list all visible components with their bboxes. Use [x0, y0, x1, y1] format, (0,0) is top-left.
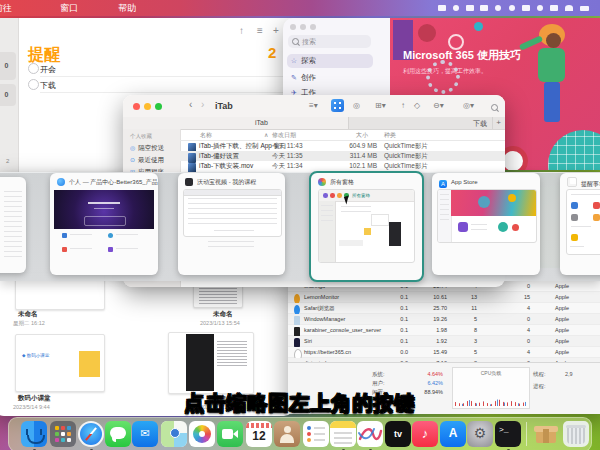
- reminder-item[interactable]: 开会: [40, 64, 56, 75]
- process-threads: 5: [453, 314, 477, 324]
- dock-facetime-icon[interactable]: [217, 421, 243, 447]
- menu-item-window[interactable]: 窗口: [60, 2, 78, 15]
- dock-music-icon[interactable]: ♪: [412, 421, 438, 447]
- nav-item-create[interactable]: ✎创作: [287, 71, 373, 85]
- dock-contacts-icon[interactable]: [274, 421, 300, 447]
- photos-icon[interactable]: [522, 5, 530, 11]
- dock-settings-icon[interactable]: ⚙: [467, 421, 493, 447]
- document-title[interactable]: 未命名: [213, 310, 233, 319]
- minimize-icon[interactable]: [300, 24, 306, 30]
- zoom-icon[interactable]: [310, 24, 316, 30]
- sort-indicator[interactable]: ∧: [264, 131, 268, 138]
- list-view-icon[interactable]: ≡▾: [309, 101, 318, 110]
- minimize-button-icon[interactable]: [337, 193, 342, 198]
- dock-messages-icon[interactable]: [105, 421, 131, 447]
- keyboard-icon[interactable]: [480, 5, 488, 11]
- action-icon[interactable]: ⊖▾: [433, 101, 444, 110]
- display-icon[interactable]: [466, 5, 474, 11]
- sidebar-item[interactable]: ◎隔空投送: [123, 142, 180, 154]
- process-row[interactable]: WindowManager 0.1 19.26 5 0 Apple: [288, 314, 600, 325]
- share-icon[interactable]: ↑: [239, 25, 244, 36]
- switcher-card-video-site[interactable]: 沃动宝视频 - 我的课程: [178, 173, 285, 275]
- column-size[interactable]: 大小: [356, 131, 368, 140]
- screen-mirroring-icon[interactable]: [438, 5, 446, 11]
- reminder-checkbox[interactable]: [28, 79, 39, 90]
- close-icon[interactable]: [290, 24, 296, 30]
- group-icon[interactable]: ⊞▾: [375, 101, 386, 110]
- document-thumbnail[interactable]: ◆ 数码小课堂: [15, 334, 105, 392]
- dock-reminders-icon[interactable]: [303, 421, 329, 447]
- nav-item-explore[interactable]: ☆探索: [287, 54, 373, 68]
- dock-calendar-icon[interactable]: 12: [246, 421, 272, 447]
- document-thumbnail[interactable]: [168, 332, 254, 394]
- dock-app-store-icon[interactable]: A: [440, 421, 466, 447]
- document-title[interactable]: 未命名: [18, 310, 38, 319]
- dock-freeform-icon[interactable]: [357, 421, 383, 447]
- reminder-checkbox[interactable]: [28, 63, 39, 74]
- proxy-icon[interactable]: ◎: [353, 101, 360, 110]
- search-input[interactable]: 搜索: [288, 35, 371, 48]
- process-threads: 13: [453, 292, 477, 302]
- column-name[interactable]: 名称: [200, 131, 212, 140]
- process-row[interactable]: https://better365.cn 0.0 15.49 5 4 Apple: [288, 347, 600, 358]
- dock-safari-icon[interactable]: [78, 421, 104, 447]
- tag-icon[interactable]: ◇: [414, 101, 420, 110]
- text-preview: [208, 241, 254, 251]
- battery-icon[interactable]: [495, 5, 501, 11]
- menu-item-help[interactable]: 帮助: [118, 2, 136, 15]
- file-row[interactable]: iTab-偏好设置 今天 11:35 311.4 MB QuickTime影片: [180, 151, 505, 161]
- close-icon[interactable]: [133, 103, 140, 110]
- switcher-card-all-panes[interactable]: 所有窗格 所有窗格: [309, 171, 424, 282]
- dock-maps-icon[interactable]: [161, 421, 187, 447]
- process-row[interactable]: Siri 0.1 1.92 3 0 Apple: [288, 336, 600, 347]
- process-row[interactable]: Safari浏览器 0.1 25.70 11 4 Apple: [288, 303, 600, 314]
- process-cpu-time: 1.92: [410, 336, 447, 346]
- column-date[interactable]: 修改日期: [272, 131, 296, 140]
- switcher-card-partial[interactable]: [0, 177, 26, 273]
- dock-terminal-icon[interactable]: >_: [495, 421, 521, 447]
- switcher-card-safari[interactable]: 个人 — 产品中心-Better365_产品: [50, 173, 158, 275]
- back-icon[interactable]: ‹: [189, 99, 192, 110]
- battery-level-icon[interactable]: [580, 6, 589, 11]
- itab-app-icon[interactable]: [331, 99, 344, 112]
- switcher-card-appstore[interactable]: AApp Store: [432, 173, 540, 275]
- dock-trash-icon[interactable]: [563, 421, 589, 447]
- dock-notes-icon[interactable]: [330, 421, 356, 447]
- reminder-item[interactable]: 下载: [40, 80, 56, 91]
- search-icon[interactable]: [487, 103, 501, 112]
- forward-icon[interactable]: ›: [201, 99, 204, 110]
- dot-icon[interactable]: [509, 5, 515, 11]
- more-icon[interactable]: ◎▾: [463, 101, 474, 110]
- tab-itab[interactable]: iTab: [123, 117, 349, 129]
- dock-apple-tv-icon[interactable]: tv: [385, 421, 411, 447]
- zoom-icon[interactable]: [155, 103, 162, 110]
- record-icon[interactable]: [453, 5, 459, 11]
- dock-photos-icon[interactable]: [189, 421, 215, 447]
- tab-downloads[interactable]: 下载: [348, 117, 493, 129]
- process-row[interactable]: LemonMonitor 0.1 10.61 13 15 Apple: [288, 292, 600, 303]
- file-row[interactable]: iTab-下载安装.mov 今天 11:34 102.1 MB QuickTim…: [180, 161, 505, 171]
- add-reminder-icon[interactable]: +: [273, 25, 279, 36]
- menu-item-go[interactable]: 前往: [0, 2, 12, 15]
- dock-mail-icon[interactable]: ✉: [132, 421, 158, 447]
- dock-launchpad-icon[interactable]: [50, 421, 76, 447]
- screen-icon[interactable]: [550, 5, 558, 11]
- reminders-list-count-pill[interactable]: 0: [0, 84, 16, 106]
- close-button-icon[interactable]: [330, 193, 335, 198]
- dock-downloads-package-icon[interactable]: [533, 421, 559, 447]
- dock-finder-icon[interactable]: [21, 421, 47, 447]
- column-kind[interactable]: 种类: [384, 131, 396, 140]
- sidebar-item[interactable]: ⊙最近使用: [123, 154, 180, 166]
- document-title[interactable]: 数码小课堂: [18, 394, 51, 403]
- share-icon[interactable]: ↑: [401, 101, 405, 110]
- process-row[interactable]: karabiner_console_user_server 0.1 1.98 8…: [288, 325, 600, 336]
- minimize-icon[interactable]: [144, 103, 151, 110]
- purple-button-icon[interactable]: [323, 193, 328, 198]
- wifi-icon[interactable]: [565, 5, 573, 11]
- reminders-list-count-pill[interactable]: 0: [0, 52, 16, 80]
- new-tab-button[interactable]: +: [492, 117, 505, 129]
- file-row[interactable]: iTab-插件下载、控制 App 窗口 今天 11:43 604.9 MB Qu…: [180, 141, 505, 151]
- clock-icon[interactable]: [537, 5, 543, 11]
- columns-icon[interactable]: ≡: [257, 25, 263, 36]
- switcher-card-reminders[interactable]: 提醒事项: [560, 173, 600, 275]
